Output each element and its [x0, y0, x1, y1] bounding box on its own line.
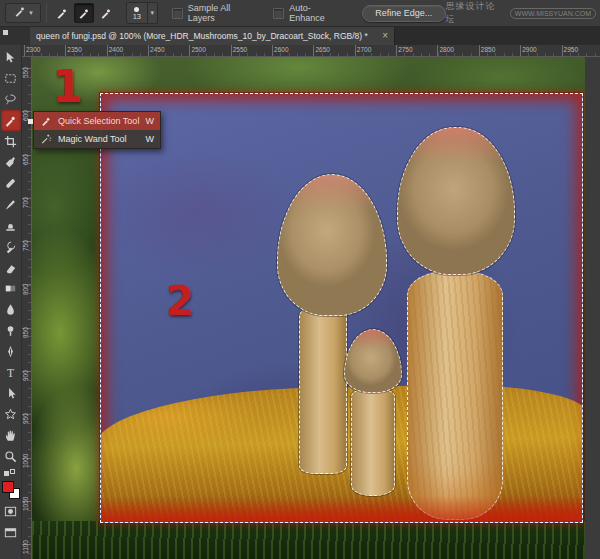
quick-selection-tool-button[interactable]: [1, 110, 21, 131]
sample-all-layers-checkbox[interactable]: Sample All Layers: [172, 3, 260, 23]
auto-enhance-checkbox[interactable]: Auto-Enhance: [273, 3, 346, 23]
subtract-from-selection-button[interactable]: [96, 3, 116, 23]
ruler-tick-label: 1050: [22, 497, 29, 511]
quick-mask-button[interactable]: [1, 501, 21, 522]
brush-tool-button[interactable]: [1, 194, 21, 215]
ruler-tick-label: 2500: [191, 46, 205, 53]
document-tab[interactable]: queen of fungi.psd @ 100% (More_HDR_Mush…: [30, 27, 395, 45]
clone-stamp-icon: [3, 218, 18, 233]
color-swatches[interactable]: [1, 480, 21, 500]
mushroom-center-stem: [299, 306, 347, 474]
watermark: 思缘设计论坛 WWW.MISSYUAN.COM: [446, 0, 596, 26]
ruler-tick-label: 550: [22, 67, 29, 78]
ruler-tick-label: 800: [22, 284, 29, 295]
mushroom-center-cap: [277, 174, 387, 316]
type-icon: T: [3, 365, 18, 380]
quick-selection-brush-icon: [13, 4, 27, 22]
blur-icon: [3, 302, 18, 317]
panel-toggle-icon[interactable]: [3, 30, 8, 35]
close-icon[interactable]: ×: [382, 31, 388, 41]
ruler-tick-label: 2750: [398, 46, 412, 53]
tool-preset-button[interactable]: ▾: [5, 3, 41, 23]
menu-item-shortcut: W: [146, 134, 155, 144]
chevron-down-icon[interactable]: ▾: [147, 3, 157, 23]
sample-all-layers-label: Sample All Layers: [188, 3, 260, 23]
zoom-tool-button[interactable]: [1, 446, 21, 467]
svg-text:T: T: [7, 367, 14, 380]
ruler-tick-label: 700: [22, 197, 29, 208]
add-to-selection-button[interactable]: [74, 3, 94, 23]
type-tool-button[interactable]: T: [1, 362, 21, 383]
mushroom-right-stem: [407, 270, 503, 520]
ruler-tick-label: 2350: [67, 46, 81, 53]
canvas[interactable]: 1 2 Quick Selection Tool W Magic Wand To…: [32, 57, 585, 559]
foreground-color-swatch[interactable]: [2, 481, 14, 493]
path-selection-tool-button[interactable]: [1, 383, 21, 404]
move-icon: [3, 50, 18, 65]
magic-wand-icon: [40, 133, 52, 145]
menu-item-label: Quick Selection Tool: [58, 116, 139, 126]
brush-size-picker[interactable]: 13 ▾: [126, 2, 158, 24]
rectangular-marquee-tool-button[interactable]: [1, 68, 21, 89]
eraser-tool-button[interactable]: [1, 257, 21, 278]
dodge-icon: [3, 323, 18, 338]
custom-shape-tool-button[interactable]: [1, 404, 21, 425]
dodge-tool-button[interactable]: [1, 320, 21, 341]
separator: [46, 3, 47, 23]
tool-options-bar: ▾ 13 ▾ Sample All Layers Auto-Enhance Re…: [0, 0, 600, 27]
ruler-tick-label: 2300: [26, 46, 40, 53]
background-grass: [32, 521, 585, 559]
spot-healing-brush-tool-button[interactable]: [1, 173, 21, 194]
document-title: queen of fungi.psd @ 100% (More_HDR_Mush…: [36, 31, 376, 41]
checkbox-box[interactable]: [172, 8, 183, 19]
horizontal-ruler: 2300235024002450250025502600265027002750…: [22, 45, 600, 57]
eyedropper-tool-button[interactable]: [1, 152, 21, 173]
subtract-from-selection-icon: [99, 6, 113, 20]
ruler-tick-label: 2550: [233, 46, 247, 53]
checkbox-box[interactable]: [273, 8, 284, 19]
ruler-tick-label: 2850: [481, 46, 495, 53]
crop-icon: [3, 134, 18, 149]
eraser-icon: [3, 260, 18, 275]
ruler-tick-label: 2400: [109, 46, 123, 53]
lasso-tool-button[interactable]: [1, 89, 21, 110]
gradient-icon: [3, 281, 18, 296]
screen-mode-button[interactable]: [1, 522, 21, 543]
crop-tool-button[interactable]: [1, 131, 21, 152]
ruler-tick-label: 2800: [440, 46, 454, 53]
history-brush-icon: [3, 239, 18, 254]
hand-tool-button[interactable]: [1, 425, 21, 446]
quick-selection-icon: [40, 115, 52, 127]
hand-icon: [3, 428, 18, 443]
path-selection-icon: [3, 386, 18, 401]
rectangular-marquee-icon: [3, 71, 18, 86]
document-tab-bar: queen of fungi.psd @ 100% (More_HDR_Mush…: [0, 27, 600, 45]
menu-item-quick-selection-tool[interactable]: Quick Selection Tool W: [34, 112, 160, 130]
spot-healing-brush-icon: [3, 176, 18, 191]
history-brush-tool-button[interactable]: [1, 236, 21, 257]
swap-colors-icon[interactable]: [4, 469, 18, 478]
selection-mode-buttons: [52, 3, 116, 23]
refine-edge-button[interactable]: Refine Edge...: [362, 5, 446, 22]
ruler-tick-label: 2600: [274, 46, 288, 53]
move-tool-button[interactable]: [1, 47, 21, 68]
ruler-tick-label: 2700: [357, 46, 371, 53]
ruler-tick-label: 2950: [564, 46, 578, 53]
auto-enhance-label: Auto-Enhance: [289, 3, 346, 23]
watermark-text: 思缘设计论坛: [446, 0, 505, 26]
clone-stamp-tool-button[interactable]: [1, 215, 21, 236]
new-selection-button[interactable]: [52, 3, 72, 23]
blur-tool-button[interactable]: [1, 299, 21, 320]
tool-buttons: T: [1, 47, 21, 467]
mushroom-small-cap: [344, 329, 402, 393]
ruler-tick-label: 650: [22, 154, 29, 165]
pen-tool-button[interactable]: [1, 341, 21, 362]
menu-item-magic-wand-tool[interactable]: Magic Wand Tool W: [34, 130, 160, 148]
ruler-tick-label: 900: [22, 370, 29, 381]
gradient-tool-button[interactable]: [1, 278, 21, 299]
custom-shape-icon: [3, 407, 18, 422]
zoom-icon: [3, 449, 18, 464]
menu-item-label: Magic Wand Tool: [58, 134, 127, 144]
brush-size-value: 13: [133, 13, 141, 20]
eyedropper-icon: [3, 155, 18, 170]
